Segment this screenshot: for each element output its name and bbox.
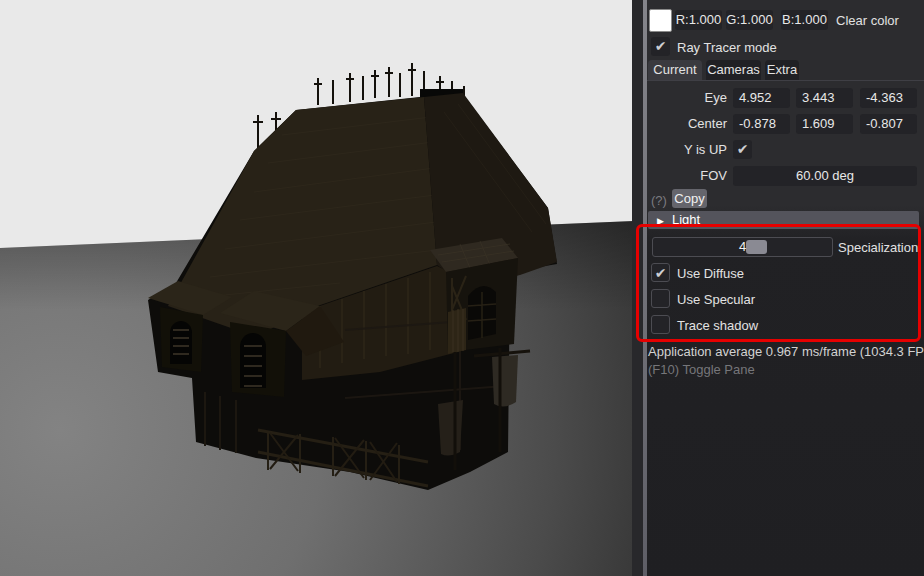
application-window: R:1.000 G:1.000 B:1.000 Clear color ✔ Ra… (0, 0, 924, 576)
annotation-rectangle (636, 224, 921, 342)
ray-tracer-label: Ray Tracer mode (677, 40, 777, 56)
fov-label: FOV (647, 166, 727, 186)
red-value-button[interactable]: R:1.000 (675, 10, 722, 30)
green-value-button[interactable]: G:1.000 (726, 10, 773, 30)
tab-current[interactable]: Current (648, 60, 702, 80)
hanging-sign (492, 355, 518, 407)
tab-extra[interactable]: Extra (765, 60, 799, 80)
tab-cameras[interactable]: Cameras (706, 60, 761, 80)
viewport-3d[interactable] (0, 0, 634, 576)
copy-button[interactable]: Copy (672, 189, 707, 208)
dormer-window (170, 321, 192, 364)
y-is-up-checkbox[interactable]: ✔ (733, 140, 752, 159)
clear-color-label: Clear color (836, 13, 899, 29)
fps-stats-text: Application average 0.967 ms/frame (1034… (648, 344, 924, 359)
center-z-input[interactable]: -0.807 (860, 114, 917, 134)
blue-value-button[interactable]: B:1.000 (781, 10, 828, 30)
fov-slider[interactable]: 60.00 deg (733, 166, 917, 186)
tab-separator (647, 80, 924, 81)
color-swatch-button[interactable] (649, 9, 672, 32)
y-is-up-label: Y is UP (647, 140, 727, 160)
center-y-input[interactable]: 1.609 (796, 114, 853, 134)
help-marker: (?) (651, 191, 667, 210)
dormer-window (240, 333, 266, 388)
toggle-pane-hint: (F10) Toggle Pane (648, 362, 755, 377)
eye-label: Eye (647, 88, 727, 108)
ray-tracer-checkbox[interactable]: ✔ (651, 37, 670, 56)
hanging-sign (438, 400, 463, 456)
center-label: Center (647, 114, 727, 134)
center-x-input[interactable]: -0.878 (733, 114, 790, 134)
eye-z-input[interactable]: -4.363 (860, 88, 917, 108)
eye-y-input[interactable]: 3.443 (796, 88, 853, 108)
eye-x-input[interactable]: 4.952 (733, 88, 790, 108)
